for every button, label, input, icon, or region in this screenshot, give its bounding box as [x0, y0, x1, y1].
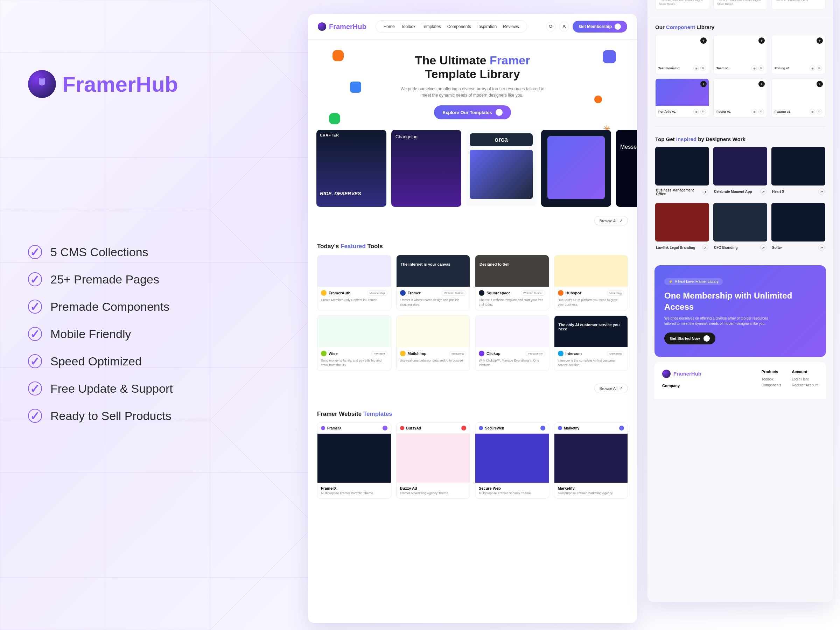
feature-list: ✓5 CMS Collections✓25+ Premade Pages✓Pre…	[28, 245, 266, 423]
add-icon[interactable]: +	[700, 38, 707, 44]
hero-cta-button[interactable]: Explore Our Templates	[434, 105, 511, 119]
strip-card[interactable]: Messenge	[616, 130, 637, 207]
external-link-icon[interactable]: ↗	[760, 188, 766, 194]
search-icon[interactable]	[546, 22, 556, 32]
inspiration-card[interactable]: Lawlink Legal Branding↗	[655, 203, 709, 253]
component-card[interactable]: +Pricing v1◉⧉	[771, 35, 825, 74]
feature-item: ✓25+ Premade Pages	[28, 272, 266, 286]
get-started-button[interactable]: Get Started Now	[664, 333, 715, 344]
eye-icon[interactable]: ◉	[810, 109, 815, 114]
add-icon[interactable]: +	[816, 38, 823, 44]
strip-card[interactable]: CRAFTERRIDE. DESERVES	[316, 130, 387, 207]
side-preview: FramerX$35This is an innovative Framer D…	[647, 0, 833, 602]
nav-link[interactable]: Components	[447, 24, 471, 29]
inspiration-card[interactable]: Business Management Office↗	[655, 147, 709, 199]
eye-icon[interactable]: ◉	[693, 109, 699, 114]
external-link-icon[interactable]: ↗	[818, 244, 824, 251]
inspiration-card[interactable]: Celebrate Moment App↗	[713, 147, 767, 199]
user-icon[interactable]	[559, 22, 569, 32]
external-link-icon[interactable]: ↗	[818, 188, 824, 194]
eye-icon[interactable]: ◉	[752, 109, 757, 114]
template-card[interactable]: BuzzyAdBuzzy AdFramer Advertising Agency…	[396, 422, 471, 499]
template-card[interactable]: MarketifyMarketifyMultipurpose Framer Ma…	[554, 422, 628, 499]
copy-icon[interactable]: ⧉	[700, 109, 706, 114]
tool-card[interactable]: ClickupProductivityWith ClickUp™, Manage…	[475, 315, 549, 371]
footer-col-heading: Company	[662, 384, 751, 388]
check-icon: ✓	[28, 409, 42, 423]
tool-card[interactable]: FramerAuthMembershipCreate Member-Only C…	[317, 255, 391, 311]
strip-card[interactable]: Changelog	[391, 130, 461, 207]
copy-icon[interactable]: ⧉	[816, 109, 822, 114]
add-icon[interactable]: +	[700, 81, 707, 87]
site-logo[interactable]: FramerHub	[318, 22, 366, 31]
eye-icon[interactable]: ◉	[693, 65, 699, 71]
strip-card[interactable]: orca	[466, 130, 536, 207]
feature-item: ✓Premade Components	[28, 300, 266, 314]
banner-title: One Membership with Unlimited Access	[664, 290, 816, 312]
feature-item: ✓Free Update & Support	[28, 382, 266, 395]
brand-logo: FramerHub	[28, 70, 266, 98]
footer-link[interactable]: Register Account	[792, 383, 818, 387]
product-card[interactable]: FramerX$35This is an innovative Framer D…	[655, 0, 709, 10]
add-icon[interactable]: +	[758, 81, 765, 87]
external-link-icon[interactable]: ↗	[703, 189, 708, 195]
svg-point-8	[549, 25, 552, 28]
tool-card[interactable]: HubspotMarketingHubSpot's CRM platform y…	[554, 255, 628, 311]
copy-icon[interactable]: ⧉	[816, 65, 822, 71]
svg-line-9	[551, 27, 552, 28]
membership-button[interactable]: Get Membership	[573, 21, 627, 33]
tool-card[interactable]: Designed to SellSquarespaceWebsite Build…	[475, 255, 549, 311]
copy-icon[interactable]: ⧉	[758, 65, 764, 71]
section-heading: Framer Website Templates	[317, 411, 392, 418]
footer-link[interactable]: Toolbox	[762, 377, 782, 381]
inspiration-card[interactable]: Heart S↗	[771, 147, 825, 199]
nav-link[interactable]: Home	[384, 24, 395, 29]
add-icon[interactable]: +	[758, 38, 765, 44]
site-footer: FramerHub Company Products Toolbox Compo…	[655, 362, 826, 399]
component-card[interactable]: +Portfolio v1◉⧉	[655, 78, 709, 118]
copy-icon[interactable]: ⧉	[700, 65, 706, 71]
banner-subtitle: We pride ourselves on offering a diverse…	[664, 316, 780, 326]
add-icon[interactable]: +	[816, 81, 823, 87]
decor-icon	[594, 96, 602, 103]
nav-link[interactable]: Templates	[422, 24, 441, 29]
tool-card[interactable]: MailchimpMarketingUse real-time behavior…	[396, 315, 471, 371]
product-card[interactable]: This is an innovative Fram	[771, 0, 825, 10]
template-card[interactable]: SecureWebSecure WebMultipurpose Framer S…	[475, 422, 549, 499]
footer-link[interactable]: Components	[762, 383, 782, 387]
inspiration-card[interactable]: Softw↗	[771, 203, 825, 253]
browse-all-button[interactable]: Browse All ↗	[594, 216, 628, 226]
external-link-icon[interactable]: ↗	[702, 244, 708, 251]
tool-card[interactable]: The internet is your canvasFramerWebsite…	[396, 255, 471, 311]
membership-banner: ⚡ A Next Level Framer Library One Member…	[655, 265, 826, 357]
copy-icon[interactable]: ⧉	[758, 109, 764, 114]
eye-icon[interactable]: ◉	[752, 65, 757, 71]
feature-item: ✓Speed Optimized	[28, 354, 266, 368]
check-icon: ✓	[28, 245, 42, 259]
tool-card[interactable]: WisePaymentSend money to family, and pay…	[317, 315, 391, 371]
hero-section: ✳ The Ultimate FramerTemplate Library We…	[308, 39, 637, 119]
feature-item: ✓Mobile Friendly	[28, 327, 266, 341]
nav-link[interactable]: Inspiration	[477, 24, 497, 29]
footer-col-heading: Account	[792, 369, 818, 374]
tool-card[interactable]: The only AI customer service you needInt…	[554, 315, 628, 371]
browse-all-button[interactable]: Browse All ↗	[594, 384, 628, 393]
nav-link[interactable]: Reviews	[503, 24, 519, 29]
footer-link[interactable]: Login Here	[792, 377, 818, 381]
component-card[interactable]: +Testimonial v1◉⧉	[655, 35, 709, 74]
inspiration-card[interactable]: C+O Branding↗	[713, 203, 767, 253]
product-card[interactable]: Buzzy AdThis is an innovative Framer Dig…	[713, 0, 767, 10]
component-card[interactable]: +Footer v1◉⧉	[713, 78, 767, 118]
nav-link[interactable]: Toolbox	[401, 24, 415, 29]
feature-item: ✓Ready to Sell Products	[28, 409, 266, 423]
component-card[interactable]: +Feature v1◉⧉	[771, 78, 825, 118]
top-products: FramerX$35This is an innovative Framer D…	[647, 0, 833, 17]
template-card[interactable]: FramerXFramerXMultipurpose Framer Portfo…	[317, 422, 391, 499]
strip-card[interactable]	[541, 130, 611, 207]
site-header: FramerHub HomeToolboxTemplatesComponents…	[308, 14, 637, 39]
component-card[interactable]: +Team v1◉⧉	[713, 35, 767, 74]
templates-grid: FramerXFramerXMultipurpose Framer Portfo…	[317, 422, 628, 499]
external-link-icon[interactable]: ↗	[760, 244, 766, 251]
section-heading: Top Get Inspired by Designers Work	[655, 136, 825, 142]
eye-icon[interactable]: ◉	[810, 65, 815, 71]
